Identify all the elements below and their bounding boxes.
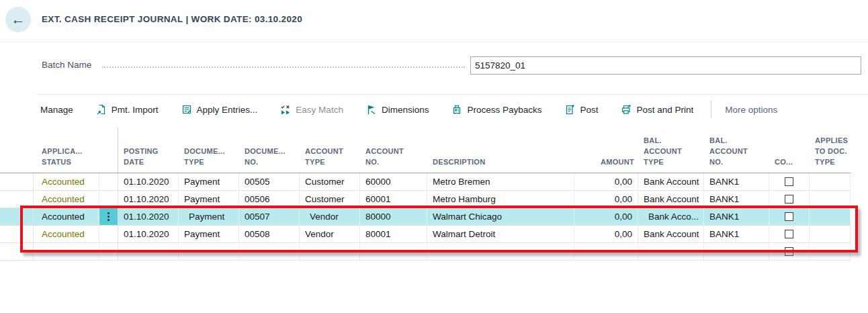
- row-selector[interactable]: [0, 208, 34, 225]
- cell-applies_to_doc_type[interactable]: [810, 173, 851, 190]
- row-selector[interactable]: [0, 226, 34, 242]
- cell-status[interactable]: Accounted: [34, 208, 99, 225]
- header-cell-amount[interactable]: AMOUNT: [574, 128, 638, 173]
- cell-document_no[interactable]: 00505: [239, 173, 300, 190]
- cell-description[interactable]: [427, 243, 574, 260]
- table-row-empty[interactable]: [0, 243, 851, 261]
- header-cell-document_no[interactable]: DOCUME... NO.: [239, 128, 300, 173]
- toolbar-item-dimensions[interactable]: Dimensions: [366, 104, 429, 115]
- cell-amount[interactable]: [574, 243, 638, 260]
- row-selector[interactable]: [0, 243, 34, 260]
- cell-status[interactable]: Accounted: [34, 226, 99, 242]
- cell-account_no[interactable]: 60000: [360, 173, 427, 190]
- toolbar-item-post[interactable]: Post: [564, 104, 598, 115]
- header-cell-account_no[interactable]: ACCOUNT NO.: [360, 128, 427, 173]
- cell-bal_account_type[interactable]: Bank Account: [638, 173, 704, 190]
- cell-bal_account_type[interactable]: Bank Acco...: [638, 208, 704, 225]
- row-menu-button[interactable]: [99, 208, 118, 225]
- cell-bal_account_type[interactable]: Bank Account: [638, 226, 704, 242]
- batch-name-leader-dots: [102, 66, 465, 68]
- cell-account_no[interactable]: 80001: [360, 226, 427, 242]
- cell-status[interactable]: Accounted: [34, 191, 99, 208]
- cell-account_type[interactable]: Customer: [300, 191, 360, 208]
- table-row[interactable]: Accounted01.10.2020Payment00508Vendor800…: [0, 226, 851, 243]
- cell-amount[interactable]: 0,00: [574, 173, 638, 190]
- header-cell-account_type[interactable]: ACCOUNT TYPE: [300, 128, 360, 173]
- cell-document_no[interactable]: [239, 243, 300, 260]
- cell-applies_to_doc_type[interactable]: [810, 191, 851, 208]
- table-row[interactable]: Accounted01.10.2020Payment00506Customer6…: [0, 191, 851, 208]
- cell-description[interactable]: Metro Hamburg: [427, 191, 574, 208]
- row-selector[interactable]: [0, 191, 34, 208]
- cell-document_no[interactable]: 00507: [239, 208, 300, 225]
- correction-checkbox[interactable]: [785, 230, 793, 238]
- table-row[interactable]: Accounted01.10.2020Payment00505Customer6…: [0, 173, 851, 191]
- correction-checkbox[interactable]: [785, 212, 793, 221]
- header-cell-document_type[interactable]: DOCUME... TYPE: [179, 128, 239, 173]
- cell-account_type[interactable]: Vendor: [300, 226, 360, 242]
- cell-account_type[interactable]: Vendor: [300, 208, 360, 225]
- row-menu-button[interactable]: [99, 226, 118, 242]
- toolbar-item-post-and-print[interactable]: Post and Print: [621, 104, 693, 115]
- cell-posting_date[interactable]: [118, 243, 179, 260]
- header-cell-bal_account_no[interactable]: BAL. ACCOUNT NO.: [704, 128, 769, 173]
- toolbar-item-manage[interactable]: Manage: [40, 105, 73, 115]
- cell-bal_account_no[interactable]: [704, 243, 769, 260]
- cell-document_no[interactable]: 00506: [239, 191, 300, 208]
- cell-bal_account_no[interactable]: BANK1: [704, 226, 769, 242]
- cell-bal_account_no[interactable]: BANK1: [704, 173, 769, 190]
- cell-amount[interactable]: 0,00: [574, 208, 638, 225]
- row-selector[interactable]: [0, 173, 34, 190]
- back-button[interactable]: ←: [5, 7, 31, 32]
- toolbar-item-pmt-import[interactable]: Pmt. Import: [96, 104, 159, 115]
- row-menu-button[interactable]: [99, 243, 118, 260]
- header-cell-applies_to_doc_type[interactable]: APPLIES TO DOC. TYPE: [810, 128, 851, 173]
- header-cell-posting_date[interactable]: POSTING DATE: [118, 128, 179, 173]
- table-row[interactable]: Accounted01.10.2020Payment00507Vendor800…: [0, 208, 851, 226]
- cell-description[interactable]: Walmart Chicago: [427, 208, 574, 225]
- cell-bal_account_no[interactable]: BANK1: [704, 208, 769, 225]
- row-menu-button[interactable]: [99, 173, 118, 190]
- cell-posting_date[interactable]: 01.10.2020: [118, 208, 179, 225]
- header-cell-bal_account_type[interactable]: BAL. ACCOUNT TYPE: [638, 128, 704, 173]
- cell-account_type[interactable]: [300, 243, 360, 260]
- toolbar-item-process-paybacks[interactable]: Process Paybacks: [451, 104, 541, 115]
- cell-account_no[interactable]: 60001: [360, 191, 427, 208]
- cell-account_no[interactable]: 80000: [360, 208, 427, 225]
- cell-applies_to_doc_type[interactable]: [810, 243, 851, 260]
- more-options-button[interactable]: More options: [725, 105, 777, 115]
- header-cell-correction[interactable]: CO...: [769, 128, 810, 173]
- cell-posting_date[interactable]: 01.10.2020: [118, 173, 179, 190]
- cell-bal_account_no[interactable]: BANK1: [704, 191, 769, 208]
- cell-document_type[interactable]: Payment: [179, 226, 239, 242]
- cell-document_no[interactable]: 00508: [239, 226, 300, 242]
- cell-document_type[interactable]: [179, 243, 239, 260]
- cell-posting_date[interactable]: 01.10.2020: [118, 226, 179, 242]
- cell-account_no[interactable]: [360, 243, 427, 260]
- correction-checkbox[interactable]: [785, 177, 793, 186]
- cell-document_type[interactable]: Payment: [179, 191, 239, 208]
- cell-amount[interactable]: 0,00: [574, 226, 638, 242]
- cell-description[interactable]: Walmart Detroit: [427, 226, 574, 242]
- header-cell-description[interactable]: DESCRIPTION: [427, 128, 574, 173]
- row-menu-button[interactable]: [99, 191, 118, 208]
- cell-status[interactable]: Accounted: [34, 173, 99, 190]
- cell-document_type[interactable]: Payment: [179, 173, 239, 190]
- cell-applies_to_doc_type[interactable]: [810, 208, 851, 225]
- cell-amount[interactable]: 0,00: [574, 191, 638, 208]
- cell-bal_account_type[interactable]: [638, 243, 704, 260]
- ellipsis-vertical-icon[interactable]: [107, 212, 110, 221]
- toolbar-item-easy-match[interactable]: Easy Match: [280, 104, 343, 115]
- toolbar-item-apply-entries[interactable]: Apply Entries...: [181, 104, 258, 115]
- cell-applies_to_doc_type[interactable]: [810, 226, 851, 242]
- correction-checkbox[interactable]: [785, 247, 793, 256]
- correction-checkbox[interactable]: [785, 195, 793, 204]
- cell-bal_account_type[interactable]: Bank Account: [638, 191, 704, 208]
- cell-posting_date[interactable]: 01.10.2020: [118, 191, 179, 208]
- header-cell-status[interactable]: APPLICA... STATUS: [34, 128, 99, 173]
- cell-status[interactable]: [34, 243, 99, 260]
- cell-account_type[interactable]: Customer: [300, 173, 360, 190]
- cell-description[interactable]: Metro Bremen: [427, 173, 574, 190]
- cell-document_type[interactable]: Payment: [179, 208, 239, 225]
- batch-name-input[interactable]: [470, 56, 861, 75]
